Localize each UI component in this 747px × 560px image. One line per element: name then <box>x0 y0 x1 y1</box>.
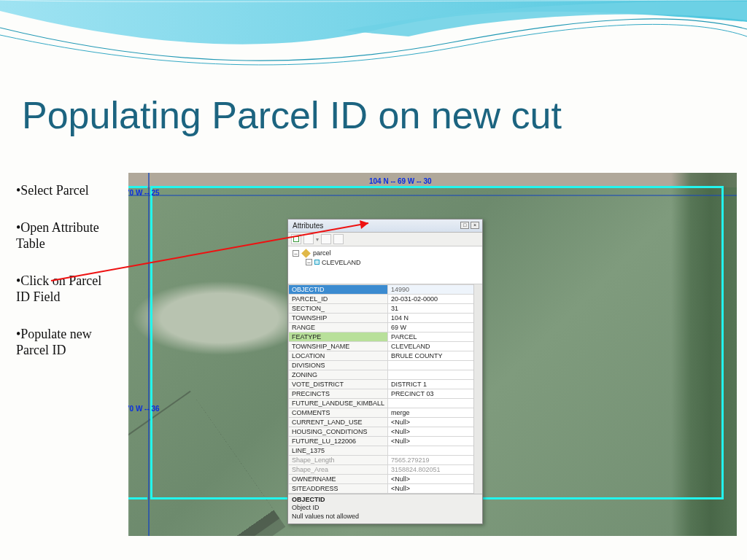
attribute-row[interactable]: CURRENT_LAND_USE<Null> <box>289 418 482 427</box>
field-name-cell[interactable]: VOTE_DISTRICT <box>289 380 388 389</box>
attribute-row[interactable]: PARCEL_ID20-031-02-0000 <box>289 295 482 304</box>
attribute-table[interactable]: OBJECTID14990PARCEL_ID20-031-02-0000SECT… <box>288 284 482 494</box>
attribute-grid[interactable]: OBJECTID14990PARCEL_ID20-031-02-0000SECT… <box>288 284 482 494</box>
slide-wave-decoration <box>0 0 747 88</box>
field-name-cell[interactable]: LINE_1375 <box>289 446 388 456</box>
attribute-row[interactable]: OBJECTID14990 <box>289 285 482 295</box>
tree-feature-row[interactable]: – CLEVELAND <box>293 258 478 268</box>
field-name-cell[interactable]: COMMENTS <box>289 408 388 418</box>
field-value-cell[interactable] <box>388 370 482 380</box>
field-value-cell[interactable]: <Null> <box>388 475 482 484</box>
attribute-row[interactable]: FEATYPEPARCEL <box>289 332 482 342</box>
attribute-row[interactable]: SITEADDRESS<Null> <box>289 484 482 494</box>
attribute-row[interactable]: Shape_Length7565.279219 <box>289 456 482 465</box>
field-value-cell[interactable]: 14990 <box>388 285 482 295</box>
bullet-4: •Populate new Parcel ID <box>16 326 118 359</box>
toolbar-layers-button[interactable] <box>291 234 301 244</box>
tree-layer-row[interactable]: – parcel <box>293 249 478 258</box>
field-value-cell[interactable] <box>388 399 482 408</box>
field-name-cell[interactable]: CURRENT_LAND_USE <box>289 418 388 427</box>
tree-collapse-icon[interactable]: – <box>306 259 312 265</box>
map-label-upper-left: 70 W -- 25 <box>128 189 160 197</box>
attribute-row[interactable]: ZONING <box>289 370 482 380</box>
field-name-cell[interactable]: OWNERNAME <box>289 475 388 484</box>
field-name-cell[interactable]: PARCEL_ID <box>289 295 388 304</box>
field-name-cell[interactable]: SITEADDRESS <box>289 484 388 494</box>
field-value-cell[interactable] <box>388 361 482 370</box>
attributes-dialog[interactable]: Attributes □ × ▾ – parcel – CLEVELAND <box>287 219 483 524</box>
toolbar-sort-button[interactable] <box>303 234 314 244</box>
dialog-toolbar: ▾ <box>288 233 482 246</box>
dialog-title-text: Attributes <box>293 222 323 230</box>
field-name-cell[interactable]: Shape_Area <box>289 465 388 475</box>
field-value-cell[interactable]: PRECINCT 03 <box>388 389 482 399</box>
field-name-cell[interactable]: HOUSING_CONDITIONS <box>289 427 388 437</box>
field-value-cell[interactable]: <Null> <box>388 437 482 446</box>
pin-button[interactable]: □ <box>460 222 469 229</box>
tree-layer-label: parcel <box>313 249 331 258</box>
field-name-cell[interactable]: RANGE <box>289 323 388 332</box>
slide-title: Populating Parcel ID on new cut <box>22 93 562 137</box>
attribute-row[interactable]: TOWNSHIP_NAMECLEVELAND <box>289 342 482 351</box>
field-name-cell[interactable]: SECTION_ <box>289 304 388 314</box>
attribute-row[interactable]: PRECINCTSPRECINCT 03 <box>289 389 482 399</box>
feature-icon <box>314 260 320 265</box>
bullet-2: •Open Attribute Table <box>16 219 118 252</box>
field-value-cell[interactable]: 104 N <box>388 314 482 323</box>
attribute-row[interactable]: LOCATIONBRULE COUNTY <box>289 351 482 361</box>
field-value-cell[interactable]: 7565.279219 <box>388 456 482 465</box>
field-value-cell[interactable]: <Null> <box>388 427 482 437</box>
toolbar-extra-button[interactable] <box>333 234 344 244</box>
field-value-cell[interactable]: PARCEL <box>388 332 482 342</box>
feature-tree[interactable]: – parcel – CLEVELAND <box>288 246 482 284</box>
field-name-cell[interactable]: FUTURE_LANDUSE_KIMBALL <box>289 399 388 408</box>
field-value-cell[interactable]: CLEVELAND <box>388 342 482 351</box>
adjacent-parcel-outline <box>128 186 147 499</box>
close-button[interactable]: × <box>471 222 479 229</box>
bullet-3: •Click on Parcel ID Field <box>16 273 118 306</box>
attribute-row[interactable]: RANGE69 W <box>289 323 482 332</box>
attribute-row[interactable]: DIVISIONS <box>289 361 482 370</box>
field-name-cell[interactable]: PRECINCTS <box>289 389 388 399</box>
attribute-row[interactable]: HOUSING_CONDITIONS<Null> <box>289 427 482 437</box>
dialog-titlebar[interactable]: Attributes □ × <box>288 219 482 233</box>
field-name-cell[interactable]: FUTURE_LU_122006 <box>289 437 388 446</box>
attribute-row[interactable]: TOWNSHIP104 N <box>289 314 482 323</box>
field-name-cell[interactable]: LOCATION <box>289 351 388 361</box>
field-value-cell[interactable]: 3158824.802051 <box>388 465 482 475</box>
instruction-bullets: •Select Parcel •Open Attribute Table •Cl… <box>16 182 118 379</box>
field-value-cell[interactable]: <Null> <box>388 484 482 494</box>
section-line-vertical <box>148 173 150 536</box>
field-value-cell[interactable]: 31 <box>388 304 482 314</box>
attribute-row[interactable]: FUTURE_LANDUSE_KIMBALL <box>289 399 482 408</box>
field-name-cell[interactable]: ZONING <box>289 370 388 380</box>
field-name-cell[interactable]: Shape_Length <box>289 456 388 465</box>
field-value-cell[interactable]: merge <box>388 408 482 418</box>
tree-collapse-icon[interactable]: – <box>293 250 299 257</box>
map-label-top: 104 N -- 69 W -- 30 <box>369 177 432 185</box>
field-name-cell[interactable]: OBJECTID <box>289 285 388 295</box>
field-name-cell[interactable]: TOWNSHIP_NAME <box>289 342 388 351</box>
field-name-cell[interactable]: FEATYPE <box>289 332 388 342</box>
attribute-row[interactable]: VOTE_DISTRICTDISTRICT 1 <box>289 380 482 389</box>
field-value-cell[interactable]: DISTRICT 1 <box>388 380 482 389</box>
attribute-row[interactable]: FUTURE_LU_122006<Null> <box>289 437 482 446</box>
field-value-cell[interactable]: <Null> <box>388 418 482 427</box>
layer-icon <box>301 249 311 258</box>
attribute-row[interactable]: SECTION_31 <box>289 304 482 314</box>
field-name-cell[interactable]: TOWNSHIP <box>289 314 388 323</box>
field-value-cell[interactable]: BRULE COUNTY <box>388 351 482 361</box>
field-value-cell[interactable] <box>388 446 482 456</box>
footer-field-note: Null values not allowed <box>292 513 479 521</box>
field-value-cell[interactable]: 69 W <box>388 323 482 332</box>
toolbar-options-button[interactable] <box>321 234 331 244</box>
field-name-cell[interactable]: DIVISIONS <box>289 361 388 370</box>
attribute-row[interactable]: LINE_1375 <box>289 446 482 456</box>
attribute-row[interactable]: OWNERNAME<Null> <box>289 475 482 484</box>
field-value-cell[interactable]: 20-031-02-0000 <box>388 295 482 304</box>
scrollbar[interactable] <box>473 284 482 494</box>
dialog-footer: OBJECTID Object ID Null values not allow… <box>288 494 482 524</box>
attribute-row[interactable]: Shape_Area3158824.802051 <box>289 465 482 475</box>
attribute-row[interactable]: COMMENTSmerge <box>289 408 482 418</box>
tree-feature-label: CLEVELAND <box>322 258 361 268</box>
